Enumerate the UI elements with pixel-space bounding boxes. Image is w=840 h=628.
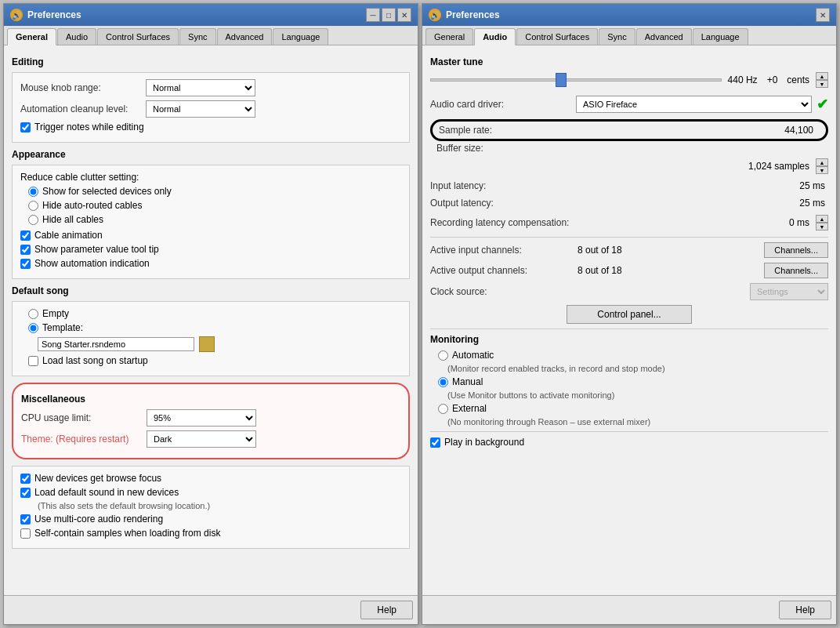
control-panel-button[interactable]: Control panel... xyxy=(567,305,692,324)
master-tune-row: 440 Hz +0 cents ▲ ▼ xyxy=(430,72,828,88)
tab-advanced-right[interactable]: Advanced xyxy=(636,28,692,45)
radio-show-selected-input[interactable] xyxy=(28,187,38,197)
clock-source-select[interactable]: Settings xyxy=(750,283,828,300)
left-content: Editing Mouse knob range: Normal Automat… xyxy=(4,45,418,595)
right-preferences-window: 🔊 Preferences ✕ General Audio Control Su… xyxy=(422,3,837,625)
show-param-checkbox[interactable] xyxy=(20,245,31,255)
buffer-size-spinner: ▲ ▼ xyxy=(816,158,828,174)
automation-label: Automation cleanup level: xyxy=(20,103,146,114)
tune-up-btn[interactable]: ▲ xyxy=(816,72,828,80)
theme-label: Theme: (Requires restart) xyxy=(21,434,147,445)
self-contain-checkbox[interactable] xyxy=(20,528,31,539)
radio-automatic-input[interactable] xyxy=(438,350,448,361)
tune-down-btn[interactable]: ▼ xyxy=(816,80,828,88)
theme-row: Theme: (Requires restart) Dark Light xyxy=(21,430,400,448)
tab-control-surfaces-left[interactable]: Control Surfaces xyxy=(97,28,179,45)
radio-template-label: Template: xyxy=(42,322,83,333)
template-browse-button[interactable] xyxy=(199,336,215,352)
radio-empty: Empty xyxy=(28,308,401,319)
tab-general-right[interactable]: General xyxy=(425,28,473,45)
trigger-notes-checkbox[interactable] xyxy=(20,122,31,132)
buffer-down-btn[interactable]: ▼ xyxy=(816,166,828,174)
new-devices-label: New devices get browse focus xyxy=(34,473,161,484)
play-background-row: Play in background xyxy=(430,437,828,448)
load-last-label: Load last song on startup xyxy=(42,355,148,366)
multi-core-checkbox[interactable] xyxy=(20,514,31,525)
radio-hide-all-label: Hide all cables xyxy=(42,214,103,225)
theme-select[interactable]: Dark Light xyxy=(147,430,256,448)
radio-manual-input[interactable] xyxy=(438,377,448,387)
close-button[interactable]: ✕ xyxy=(397,8,411,22)
rec-latency-down-btn[interactable]: ▼ xyxy=(816,223,828,231)
tab-language-left[interactable]: Language xyxy=(273,28,328,45)
tab-control-surfaces-right[interactable]: Control Surfaces xyxy=(516,28,598,45)
buffer-up-btn[interactable]: ▲ xyxy=(816,158,828,166)
left-title-bar: 🔊 Preferences ─ □ ✕ xyxy=(4,4,418,26)
show-automation-checkbox[interactable] xyxy=(20,259,31,269)
editing-section: Mouse knob range: Normal Automation clea… xyxy=(12,72,410,143)
active-output-channels-button[interactable]: Channels... xyxy=(764,263,828,278)
tab-advanced-left[interactable]: Advanced xyxy=(217,28,273,45)
radio-manual: Manual xyxy=(438,376,828,387)
radio-template-input[interactable] xyxy=(28,323,38,333)
misc-title: Miscellaneous xyxy=(21,394,400,405)
radio-empty-input[interactable] xyxy=(28,309,38,319)
new-devices-checkbox[interactable] xyxy=(20,474,31,484)
tab-sync-right[interactable]: Sync xyxy=(599,28,635,45)
tab-language-right[interactable]: Language xyxy=(693,28,748,45)
play-background-label: Play in background xyxy=(444,437,524,448)
rec-latency-up-btn[interactable]: ▲ xyxy=(816,215,828,223)
radio-hide-auto-input[interactable] xyxy=(28,201,38,211)
load-default-sub: (This also sets the default browsing loc… xyxy=(38,501,401,510)
editing-section-title: Editing xyxy=(12,56,410,67)
driver-ok-icon: ✔ xyxy=(816,96,828,113)
load-last-checkbox[interactable] xyxy=(28,356,38,366)
cable-animation-checkbox[interactable] xyxy=(20,231,31,241)
right-window-title: Preferences xyxy=(446,9,500,20)
left-help-button[interactable]: Help xyxy=(360,601,413,619)
minimize-button[interactable]: ─ xyxy=(366,8,380,22)
tab-audio-left[interactable]: Audio xyxy=(57,28,96,45)
radio-automatic-label: Automatic xyxy=(452,350,494,361)
automation-select[interactable]: Normal xyxy=(146,100,255,118)
right-help-button[interactable]: Help xyxy=(779,601,831,619)
cpu-select[interactable]: 50% 60% 70% 75% 80% 85% 90% 95% 100% xyxy=(147,409,256,427)
active-output-row: Active output channels: 8 out of 18 Chan… xyxy=(430,263,828,278)
radio-external-input[interactable] xyxy=(438,404,448,414)
right-close-button[interactable]: ✕ xyxy=(816,8,830,22)
radio-hide-all-input[interactable] xyxy=(28,215,38,225)
active-input-channels-button[interactable]: Channels... xyxy=(764,242,828,258)
template-file-input[interactable] xyxy=(38,337,194,351)
cable-animation-row: Cable animation xyxy=(20,230,401,241)
master-tune-hz: 440 Hz xyxy=(728,74,758,85)
monitoring-section: Automatic (Monitor record enabled tracks… xyxy=(430,350,828,427)
recording-latency-row: Recording latency compensation: 0 ms ▲ ▼ xyxy=(430,215,828,231)
tab-audio-right[interactable]: Audio xyxy=(474,28,516,45)
audio-driver-row: Audio card driver: ASIO Fireface ✔ xyxy=(430,96,828,113)
load-default-checkbox[interactable] xyxy=(20,488,31,498)
appearance-section: Reduce cable clutter setting: Show for s… xyxy=(12,165,410,279)
tab-sync-left[interactable]: Sync xyxy=(179,28,215,45)
radio-hide-all: Hide all cables xyxy=(28,214,401,225)
load-default-label: Load default sound in new devices xyxy=(34,487,179,498)
play-background-checkbox[interactable] xyxy=(430,437,440,448)
radio-hide-auto-label: Hide auto-routed cables xyxy=(42,200,142,211)
multi-core-label: Use multi-core audio rendering xyxy=(34,514,163,525)
tab-general-left[interactable]: General xyxy=(7,28,56,45)
recording-latency-value: 0 ms xyxy=(571,217,813,228)
mouse-knob-select[interactable]: Normal xyxy=(146,79,255,96)
right-app-icon: 🔊 xyxy=(429,9,441,21)
appearance-section-title: Appearance xyxy=(12,149,410,160)
maximize-button[interactable]: □ xyxy=(382,8,396,22)
load-default-row: Load default sound in new devices xyxy=(20,487,401,498)
show-automation-label: Show automation indication xyxy=(34,258,150,269)
show-automation-row: Show automation indication xyxy=(20,258,401,269)
audio-driver-label: Audio card driver: xyxy=(430,99,571,110)
right-content: Master tune 440 Hz +0 cents ▲ ▼ Audio ca… xyxy=(422,45,836,595)
audio-driver-select[interactable]: ASIO Fireface xyxy=(576,96,812,113)
radio-empty-label: Empty xyxy=(42,308,69,319)
automatic-sub-label: (Monitor record enabled tracks, in recor… xyxy=(447,364,828,373)
master-tune-thumb[interactable] xyxy=(556,73,567,87)
radio-show-selected-label: Show for selected devices only xyxy=(42,186,172,197)
input-latency-label: Input latency: xyxy=(430,180,571,191)
